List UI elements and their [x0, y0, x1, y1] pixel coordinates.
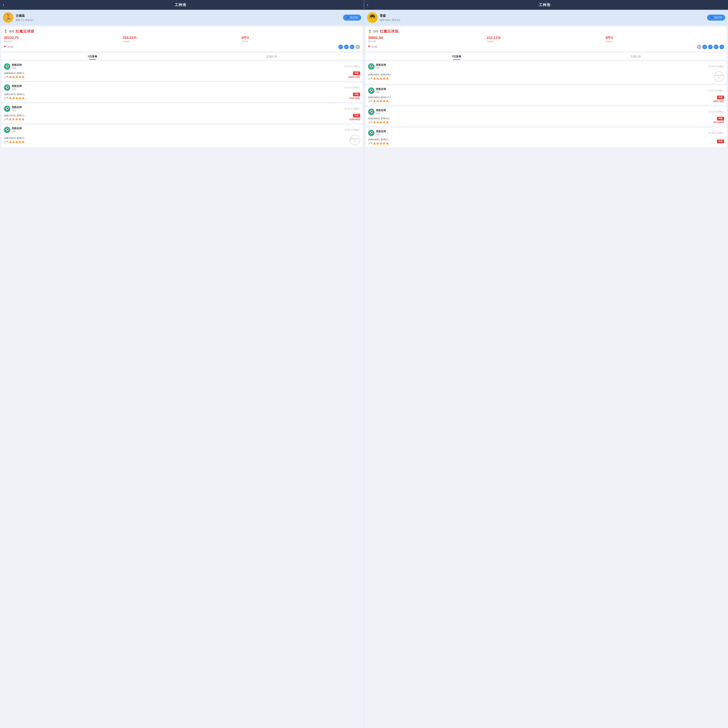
result-badge-check: ✓	[719, 44, 724, 49]
popularity: 人气 🔥🔥🔥🔥🔥	[368, 77, 392, 80]
bet-deadline: 10-31 21:50截止	[344, 107, 360, 110]
bet-right: 跟单地 未中奖	[714, 72, 724, 82]
metric-value: 212.11%	[486, 35, 606, 40]
follow-button[interactable]: ➕ 关注TA	[707, 15, 725, 21]
bet-card[interactable]: ⚽ 竞彩足球 2串1 11-03 21:50截止 自购8888元 跟单6人 人气…	[2, 61, 362, 81]
tab-1[interactable]: 近期红单	[182, 53, 361, 60]
follow-button[interactable]: ➕ 关注TA	[343, 15, 361, 21]
bet-purchase: 自购1000元 跟单0人	[4, 93, 25, 96]
fire-active-icon: 🔥	[373, 121, 376, 124]
bet-left: 自购1000元 跟单0人 人气 🔥🔥🔥🔥🔥	[4, 93, 25, 100]
bet-right: 中奖 3190.00元	[349, 114, 360, 121]
tab-0[interactable]: 7日发单	[3, 53, 182, 60]
win-badge: 中奖	[353, 93, 360, 96]
fire-active-icon: 🔥	[379, 100, 382, 102]
bet-deadline: 11-01 21:50截止	[344, 86, 360, 89]
bet-card[interactable]: ⚽ 竞彩足球 2串1 11-01 21:50截止 自购1000元 跟单0人 人气…	[2, 82, 362, 102]
sport-name: 竞彩足球	[376, 63, 386, 67]
popularity: 人气 🔥🔥🔥🔥🔥	[4, 141, 25, 144]
perf-label: 战绩	[373, 30, 378, 33]
result-badge-check: ✓	[350, 44, 355, 49]
bet-card-header: ⚽ 竞彩足球 2串1 11-03 21:50截止	[4, 63, 360, 70]
tab-0[interactable]: 7日发单	[367, 53, 546, 60]
popularity-label: 人气	[4, 97, 9, 100]
win-badge: 中奖	[353, 114, 360, 118]
fire-inactive-icon: 🔥	[18, 118, 21, 121]
sport-name: 竞彩足球	[376, 109, 386, 112]
recent-label: 🚩 近5期	[368, 45, 378, 49]
fire-active-icon: 🔥	[379, 77, 382, 80]
fire-inactive-icon: 🔥	[379, 142, 382, 145]
bet-card[interactable]: ⚽ 竞彩足球 2串1 10-30 21:50截止 自购1000元 跟单0人 人气…	[2, 125, 362, 147]
fire-inactive-icon: 🔥	[12, 141, 15, 144]
fire-active-icon: 🔥	[379, 121, 382, 124]
fire-active-icon: 🔥	[376, 121, 379, 124]
metric-value: 4中3	[242, 35, 360, 40]
sport-type: 2串1	[12, 109, 22, 112]
bet-card[interactable]: ⚽ 竞彩足球 2串1 10-31 21:50截止 自购1000元 跟单0人 人气…	[2, 104, 362, 123]
popularity: 人气 🔥🔥🔥🔥🔥	[368, 142, 389, 145]
win-amount: 3190.00元	[349, 118, 360, 121]
bet-left: 自购1000元 跟单0人 人气 🔥🔥🔥🔥🔥	[4, 114, 25, 121]
header: ‹ 工种浩	[0, 0, 364, 10]
bet-card-footer: 自购2888元 跟单147人 人气 🔥🔥🔥🔥🔥 中奖 6651.16元	[368, 96, 724, 103]
bet-card-header: ⚽ 竞彩足球 2串1 10-30 21:50截止	[368, 130, 724, 136]
win-badge: 中奖	[717, 96, 724, 99]
result-badge-check: ✓	[714, 44, 719, 49]
sport-info: 竞彩足球 2串1	[12, 127, 22, 133]
result-badge-x: ✕	[355, 44, 360, 49]
fire-inactive-icon: 🔥	[18, 97, 21, 99]
popularity: 人气 🔥🔥🔥🔥🔥	[4, 75, 25, 79]
sport-name: 竞彩足球	[12, 127, 22, 130]
perf-header: 🏅 战绩 红魔足球观	[368, 29, 724, 34]
win-amount: 9375.69元	[713, 121, 724, 124]
back-button[interactable]: ‹	[3, 3, 4, 7]
bet-right: 中奖 6651.16元	[713, 96, 724, 103]
metric: 39862.94 累计中奖	[368, 35, 487, 43]
popularity-label: 人气	[368, 77, 373, 80]
recent-badges: ✓✓✓✕	[338, 44, 360, 49]
sport-info: 竞彩足球 2串1	[376, 109, 386, 115]
popularity: 人气 🔥🔥🔥🔥🔥	[4, 118, 25, 121]
popularity-label: 人气	[368, 142, 373, 145]
tab-1[interactable]: 近期红单	[546, 53, 725, 60]
profile-card: 🏃 古德温 粉丝:7人 关注:0人 ➕ 关注TA	[0, 10, 364, 25]
fire-active-icon: 🔥	[386, 77, 389, 80]
bet-card-footer: 自购1000元 跟单0人 人气 🔥🔥🔥🔥🔥 中奖 3232.00元	[4, 93, 360, 100]
perf-metrics: 39862.94 累计中奖 212.11% 7日盈利 4中3 7日命中	[368, 35, 724, 43]
fire-inactive-icon: 🔥	[15, 76, 18, 78]
bet-deadline: 11-03 21:50截止	[708, 65, 724, 68]
back-button[interactable]: ‹	[367, 3, 368, 7]
bet-deadline: 11-03 21:50截止	[344, 65, 360, 68]
bet-card-footer: 自购1000元 跟单0人 人气 🔥🔥🔥🔥🔥 中奖 3190.00元	[4, 114, 360, 121]
bet-left: 自购2888元 跟单44人 人气 🔥🔥🔥🔥🔥	[368, 117, 390, 124]
sport-icon: ⚽	[4, 84, 10, 91]
sport-info: 竞彩足球 2串1	[376, 63, 386, 70]
metric-value: 39862.94	[368, 35, 487, 40]
bet-card[interactable]: ⚽ 竞彩足球 2串1 10-31 21:50截止 自购2888元 跟单44人 人…	[366, 107, 727, 126]
bet-card-footer: 自购2888元 跟单44人 人气 🔥🔥🔥🔥🔥 中奖 9375.69元	[368, 117, 724, 124]
avatar: 🏃	[3, 12, 14, 23]
bet-sport: ⚽ 竞彩足球 2串1	[368, 130, 386, 136]
trophy-icon: 🏅	[368, 30, 372, 33]
bet-card[interactable]: ⚽ 竞彩足球 2串1 11-01 21:50截止 自购2888元 跟单147人 …	[366, 85, 727, 105]
result-badge-check: ✓	[338, 44, 343, 49]
bet-sport: ⚽ 竞彩足球 2串1	[4, 84, 22, 91]
metric: 4中3 7日命中	[242, 35, 360, 43]
sport-type: 2串1	[376, 91, 386, 94]
performance-section: 🏅 战绩 红魔足球观 30232.75 累计中奖 254.31% 7日盈利 4中…	[2, 27, 362, 51]
fire-inactive-icon: 🔥	[386, 121, 389, 124]
bet-card[interactable]: ⚽ 竞彩足球 2串1 10-30 21:50截止 自购2888元 跟单0人 人气…	[366, 128, 727, 147]
page-title: 工种浩	[370, 3, 719, 7]
bet-sport: ⚽ 竞彩足球 2串1	[4, 63, 22, 70]
bet-card[interactable]: ⚽ 竞彩足球 2串1 11-03 21:50截止 自购2888元 跟单199人 …	[366, 61, 727, 84]
perf-brand: 红魔足球观	[380, 29, 399, 34]
fire-inactive-icon: 🔥	[15, 118, 18, 121]
metric: 30232.75 累计中奖	[4, 35, 122, 43]
fire-inactive-icon: 🔥	[376, 142, 379, 145]
bet-purchase: 自购8888元 跟单6人	[4, 72, 25, 75]
bet-sport: ⚽ 竞彩足球 2串1	[368, 63, 386, 70]
sport-icon: ⚽	[4, 63, 10, 70]
profile-card: 👦 普森 粉丝:166人 关注:0人 ➕ 关注TA	[364, 10, 728, 25]
metric-value: 254.31%	[122, 35, 242, 40]
